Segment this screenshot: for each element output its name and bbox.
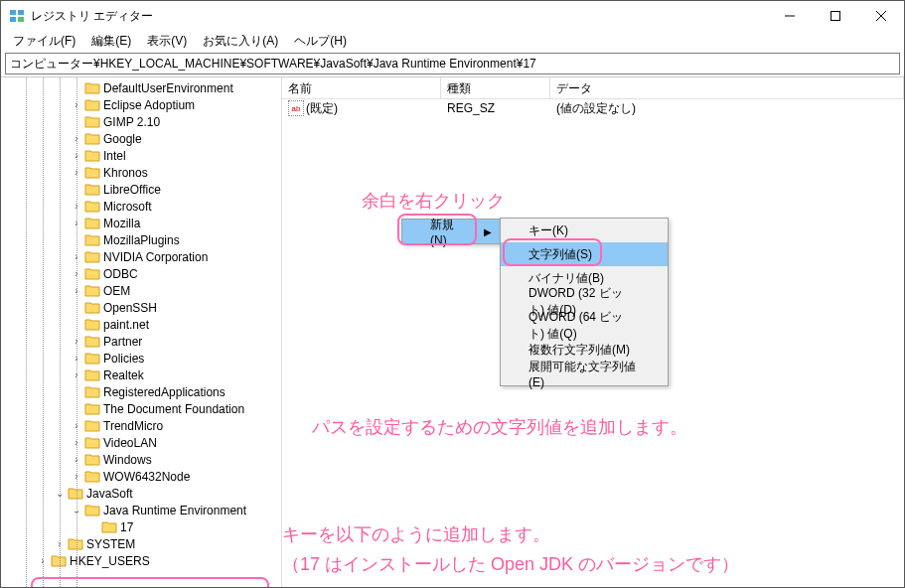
annotation-text-3: キーを以下のように追加します。: [282, 522, 550, 546]
list-header: 名前 種類 データ: [282, 77, 904, 99]
col-data[interactable]: データ: [550, 77, 904, 98]
svg-rect-0: [10, 10, 16, 15]
col-type[interactable]: 種類: [441, 77, 550, 98]
folder-icon: [84, 419, 100, 433]
tree-label: TrendMicro: [103, 419, 163, 433]
context-menu[interactable]: 新規(N) ▶ キー(K) 文字列値(S) バイナリ値(B) DWORD (32…: [401, 219, 501, 244]
app-icon: [9, 8, 25, 24]
tree-label: Partner: [103, 335, 142, 349]
folder-icon: [84, 453, 100, 467]
minimize-button[interactable]: [767, 1, 813, 31]
tree-label: JavaSoft: [86, 487, 133, 501]
menu-help[interactable]: ヘルプ(H): [286, 31, 355, 52]
tree-label: Windows: [103, 453, 152, 467]
folder-icon: [84, 318, 100, 332]
annotation-text-2: パスを設定するための文字列値を追加します。: [312, 415, 687, 439]
folder-icon: [84, 132, 100, 146]
folder-icon: [84, 504, 100, 517]
folder-icon: [84, 98, 100, 112]
tree-label: Java Runtime Environment: [103, 504, 246, 517]
folder-icon: [84, 81, 100, 95]
tree-label: NVIDIA Corporation: [103, 250, 208, 264]
svg-rect-2: [18, 10, 24, 15]
window-title: レジストリ エディター: [31, 8, 767, 25]
tree-label: HKEY_USERS: [70, 554, 150, 568]
tree-label: Realtek: [103, 368, 144, 382]
ctx-string[interactable]: 文字列値(S): [501, 242, 668, 266]
tree-label: Intel: [103, 149, 126, 163]
chevron-right-icon: ▶: [484, 226, 492, 237]
folder-icon: [84, 267, 100, 281]
ctx-qword[interactable]: QWORD (64 ビット) 値(Q): [501, 314, 668, 338]
tree-label: Google: [103, 132, 142, 146]
tree-label: RegisteredApplications: [103, 385, 226, 399]
folder-icon: [84, 250, 100, 264]
menu-view[interactable]: 表示(V): [139, 31, 195, 52]
folder-icon: [84, 233, 100, 247]
tree-label: Policies: [103, 352, 144, 366]
value-type: REG_SZ: [441, 100, 550, 116]
maximize-button[interactable]: [813, 1, 858, 31]
folder-icon: [84, 166, 100, 180]
folder-icon: [84, 149, 100, 163]
tree-label: SYSTEM: [86, 537, 135, 551]
folder-icon: [84, 470, 100, 484]
address-bar[interactable]: コンピューター¥HKEY_LOCAL_MACHINE¥SOFTWARE¥Java…: [5, 53, 900, 74]
tree-label: DefaultUserEnvironment: [103, 81, 233, 95]
folder-icon: [68, 537, 83, 551]
list-pane[interactable]: 名前 種類 データ ab (既定) REG_SZ (値の設定なし) 新規(N) …: [282, 77, 904, 587]
folder-icon: [84, 436, 100, 450]
annotation-text-4: （17 はインストールした Open JDK のバージョンです）: [282, 552, 739, 576]
tree-label: GIMP 2.10: [103, 115, 160, 129]
close-button[interactable]: [858, 1, 904, 31]
tree-label: Mozilla: [103, 217, 140, 230]
tree-label: MozillaPlugins: [103, 233, 180, 247]
tree-label: OEM: [103, 284, 130, 298]
menubar: ファイル(F) 編集(E) 表示(V) お気に入り(A) ヘルプ(H): [1, 31, 904, 51]
value-name: (既定): [306, 100, 338, 117]
tree-label: WOW6432Node: [103, 470, 190, 484]
list-row[interactable]: ab (既定) REG_SZ (値の設定なし): [282, 99, 904, 117]
tree-label: Eclipse Adoptium: [103, 98, 195, 112]
submenu-new[interactable]: キー(K) 文字列値(S) バイナリ値(B) DWORD (32 ビット) 値(…: [500, 218, 669, 386]
folder-icon: [84, 368, 100, 382]
folder-icon: [84, 217, 100, 230]
menu-edit[interactable]: 編集(E): [83, 31, 139, 52]
folder-icon: [68, 487, 83, 501]
folder-icon: [84, 115, 100, 129]
folder-icon: [101, 520, 117, 534]
folder-icon: [51, 554, 67, 568]
folder-icon: [84, 284, 100, 298]
folder-icon: [84, 385, 100, 399]
folder-icon: [84, 200, 100, 214]
ctx-new-label: 新規(N): [430, 217, 470, 247]
value-data: (値の設定なし): [550, 99, 642, 118]
annotation-selection-box: [31, 577, 269, 587]
folder-icon: [84, 301, 100, 315]
tree-label: Microsoft: [103, 200, 152, 214]
folder-icon: [84, 335, 100, 349]
menu-favorites[interactable]: お気に入り(A): [195, 31, 286, 52]
folder-icon: [84, 352, 100, 366]
tree-label: LibreOffice: [103, 183, 161, 197]
folder-icon: [84, 402, 100, 416]
tree-label: paint.net: [103, 318, 149, 332]
svg-rect-5: [831, 12, 840, 21]
tree-label: Khronos: [103, 166, 148, 180]
menu-file[interactable]: ファイル(F): [5, 31, 83, 52]
tree-label: OpenSSH: [103, 301, 157, 315]
tree-label: VideoLAN: [103, 436, 157, 450]
ctx-key[interactable]: キー(K): [501, 219, 668, 242]
col-name[interactable]: 名前: [282, 77, 441, 98]
folder-icon: [84, 183, 100, 197]
ctx-expand[interactable]: 展開可能な文字列値(E): [501, 362, 668, 385]
string-value-icon: ab: [288, 100, 304, 116]
ctx-new[interactable]: 新規(N) ▶: [402, 220, 500, 243]
svg-rect-1: [10, 17, 16, 22]
tree-label: ODBC: [103, 267, 138, 281]
tree-pane[interactable]: DefaultUserEnvironment›Eclipse AdoptiumG…: [1, 77, 282, 587]
tree-label: 17: [120, 520, 133, 534]
annotation-text-1: 余白を右クリック: [362, 189, 505, 213]
svg-rect-3: [18, 17, 24, 22]
titlebar: レジストリ エディター: [1, 1, 904, 31]
